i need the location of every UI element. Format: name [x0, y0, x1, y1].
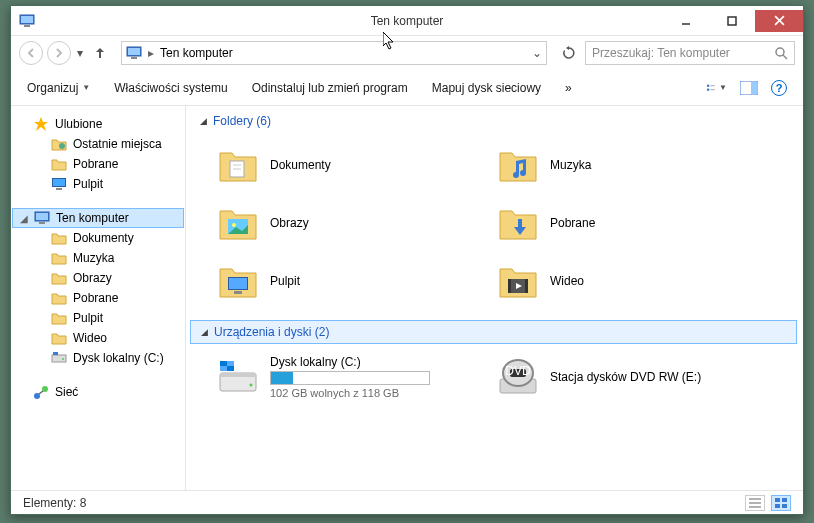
- breadcrumb[interactable]: Ten komputer: [160, 46, 233, 60]
- refresh-button[interactable]: [557, 41, 581, 65]
- desktop-folder-icon: [216, 259, 260, 303]
- address-dropdown-icon[interactable]: ⌄: [532, 46, 542, 60]
- svg-point-18: [59, 143, 65, 149]
- nav-desktop2[interactable]: Pulpit: [11, 308, 185, 328]
- minimize-button[interactable]: [663, 10, 709, 32]
- computer-icon: [34, 210, 50, 226]
- folder-icon: [51, 310, 67, 326]
- star-icon: [33, 116, 49, 132]
- nav-pictures[interactable]: Obrazy: [11, 268, 185, 288]
- window-title: Ten komputer: [371, 14, 444, 28]
- nav-favorites[interactable]: Ulubione: [11, 114, 185, 134]
- nav-network[interactable]: Sieć: [11, 382, 185, 402]
- svg-rect-25: [52, 355, 66, 362]
- svg-point-10: [776, 48, 784, 56]
- folder-downloads[interactable]: Pobrane: [496, 194, 776, 252]
- details-view-button[interactable]: [745, 495, 765, 511]
- help-button[interactable]: ?: [771, 80, 787, 96]
- organize-menu[interactable]: Organizuj▼: [27, 81, 90, 95]
- svg-rect-4: [728, 17, 736, 25]
- local-disk-c[interactable]: Dysk lokalny (C:) 102 GB wolnych z 118 G…: [216, 348, 496, 406]
- nav-documents[interactable]: Dokumenty: [11, 228, 185, 248]
- svg-rect-46: [227, 361, 234, 366]
- svg-rect-38: [234, 291, 242, 294]
- dvd-icon: DVD: [496, 355, 540, 399]
- folder-icon: [51, 250, 67, 266]
- svg-point-44: [250, 384, 253, 387]
- close-button[interactable]: [755, 10, 803, 32]
- navigation-pane: Ulubione Ostatnie miejsca Pobrane Pulpit…: [11, 106, 186, 490]
- collapse-icon[interactable]: ◢: [200, 116, 207, 126]
- svg-line-11: [783, 55, 787, 59]
- nav-recent-places[interactable]: Ostatnie miejsca: [11, 134, 185, 154]
- nav-downloads[interactable]: Pobrane: [11, 154, 185, 174]
- svg-rect-24: [39, 222, 45, 224]
- folder-desktop[interactable]: Pulpit: [216, 252, 496, 310]
- search-input[interactable]: Przeszukaj: Ten komputer: [585, 41, 795, 65]
- navigation-row: ▾ ▸ Ten komputer ⌄ Przeszukaj: Ten kompu…: [11, 36, 803, 70]
- documents-folder-icon: [216, 143, 260, 187]
- music-folder-icon: [496, 143, 540, 187]
- desktop-icon: [51, 176, 67, 192]
- svg-rect-57: [775, 498, 780, 502]
- uninstall-button[interactable]: Odinstaluj lub zmień program: [252, 81, 408, 95]
- folder-documents[interactable]: Dokumenty: [216, 136, 496, 194]
- view-options-button[interactable]: ▼: [707, 78, 727, 98]
- svg-rect-37: [229, 278, 247, 289]
- svg-point-27: [62, 358, 64, 360]
- folder-icon: [51, 270, 67, 286]
- dvd-drive[interactable]: DVD Stacja dysków DVD RW (E:): [496, 348, 776, 406]
- back-button[interactable]: [19, 41, 43, 65]
- up-button[interactable]: [89, 42, 111, 64]
- system-properties-button[interactable]: Właściwości systemu: [114, 81, 227, 95]
- search-icon: [774, 46, 788, 60]
- folder-pictures[interactable]: Obrazy: [216, 194, 496, 252]
- nav-music[interactable]: Muzyka: [11, 248, 185, 268]
- pictures-folder-icon: [216, 201, 260, 245]
- devices-group-header[interactable]: ◢Urządzenia i dyski (2): [190, 320, 797, 344]
- svg-rect-8: [128, 48, 140, 55]
- more-commands-button[interactable]: »: [565, 81, 572, 95]
- svg-rect-17: [751, 82, 757, 94]
- svg-rect-1: [21, 16, 33, 23]
- nav-videos[interactable]: Wideo: [11, 328, 185, 348]
- collapse-icon[interactable]: ◢: [201, 327, 208, 337]
- svg-text:DVD: DVD: [505, 364, 531, 378]
- folders-group-header[interactable]: ◢Foldery (6): [190, 110, 803, 132]
- network-icon: [33, 384, 49, 400]
- svg-rect-13: [707, 88, 709, 90]
- svg-rect-26: [53, 352, 58, 355]
- nav-downloads2[interactable]: Pobrane: [11, 288, 185, 308]
- address-bar[interactable]: ▸ Ten komputer ⌄: [121, 41, 547, 65]
- svg-rect-43: [220, 373, 256, 377]
- svg-point-35: [232, 223, 236, 227]
- breadcrumb-separator[interactable]: ▸: [148, 46, 154, 60]
- folder-icon: [51, 230, 67, 246]
- downloads-folder-icon: [496, 201, 540, 245]
- svg-rect-2: [24, 25, 30, 27]
- svg-rect-58: [782, 498, 787, 502]
- content-area: ◢Foldery (6) Dokumenty Muzyka Obrazy Pob…: [186, 106, 803, 490]
- nav-local-disk[interactable]: Dysk lokalny (C:): [11, 348, 185, 368]
- svg-rect-20: [53, 179, 65, 186]
- svg-rect-40: [508, 279, 511, 293]
- preview-pane-button[interactable]: [739, 78, 759, 98]
- disk-usage-bar: [270, 371, 430, 385]
- svg-rect-47: [220, 366, 227, 371]
- computer-icon: [126, 45, 142, 61]
- item-count: Elementy: 8: [23, 496, 86, 510]
- search-placeholder: Przeszukaj: Ten komputer: [592, 46, 730, 60]
- expand-icon[interactable]: ◢: [20, 213, 28, 224]
- nav-this-pc[interactable]: ◢ Ten komputer: [12, 208, 184, 228]
- nav-desktop[interactable]: Pulpit: [11, 174, 185, 194]
- tiles-view-button[interactable]: [771, 495, 791, 511]
- forward-button[interactable]: [47, 41, 71, 65]
- svg-rect-12: [707, 84, 709, 86]
- map-drive-button[interactable]: Mapuj dysk sieciowy: [432, 81, 541, 95]
- folder-videos[interactable]: Wideo: [496, 252, 776, 310]
- titlebar[interactable]: Ten komputer: [11, 6, 803, 36]
- history-dropdown[interactable]: ▾: [75, 46, 85, 60]
- maximize-button[interactable]: [709, 10, 755, 32]
- folder-music[interactable]: Muzyka: [496, 136, 776, 194]
- folder-icon: [51, 330, 67, 346]
